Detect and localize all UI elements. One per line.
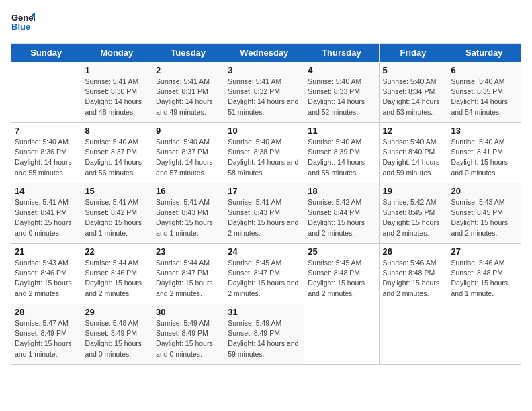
day-detail: Sunrise: 5:46 AMSunset: 8:48 PMDaylight:… [451, 258, 517, 299]
day-number: 24 [228, 246, 300, 257]
calendar-cell: 25Sunrise: 5:45 AMSunset: 8:48 PMDayligh… [304, 244, 379, 304]
calendar-table: SundayMondayTuesdayWednesdayThursdayFrid… [11, 43, 521, 365]
calendar-week-row: 1Sunrise: 5:41 AMSunset: 8:30 PMDaylight… [11, 62, 521, 123]
day-number: 28 [15, 307, 77, 317]
calendar-cell: 29Sunrise: 5:48 AMSunset: 8:49 PMDayligh… [81, 304, 152, 365]
day-number: 7 [15, 126, 77, 136]
day-detail: Sunrise: 5:43 AMSunset: 8:46 PMDaylight:… [15, 258, 77, 299]
day-number: 6 [451, 65, 517, 75]
calendar-cell: 7Sunrise: 5:40 AMSunset: 8:36 PMDaylight… [11, 123, 81, 183]
day-number: 23 [156, 246, 220, 257]
day-number: 4 [308, 65, 375, 75]
calendar-cell: 10Sunrise: 5:40 AMSunset: 8:38 PMDayligh… [224, 123, 304, 183]
day-number: 18 [308, 186, 375, 196]
day-number: 12 [383, 126, 444, 136]
calendar-cell: 18Sunrise: 5:42 AMSunset: 8:44 PMDayligh… [304, 183, 379, 244]
day-number: 20 [451, 186, 517, 196]
day-number: 5 [383, 65, 444, 75]
day-detail: Sunrise: 5:45 AMSunset: 8:47 PMDaylight:… [228, 258, 300, 299]
day-number: 13 [451, 126, 517, 136]
calendar-cell: 1Sunrise: 5:41 AMSunset: 8:30 PMDaylight… [81, 62, 152, 123]
day-number: 16 [156, 186, 220, 196]
calendar-cell: 11Sunrise: 5:40 AMSunset: 8:39 PMDayligh… [304, 123, 379, 183]
day-number: 25 [308, 246, 375, 257]
weekday-header-cell: Wednesday [224, 44, 304, 62]
day-detail: Sunrise: 5:41 AMSunset: 8:41 PMDaylight:… [15, 197, 77, 238]
calendar-cell [379, 304, 447, 365]
day-detail: Sunrise: 5:41 AMSunset: 8:31 PMDaylight:… [156, 77, 220, 118]
weekday-header-cell: Sunday [11, 44, 81, 62]
day-number: 2 [156, 65, 220, 75]
calendar-cell: 24Sunrise: 5:45 AMSunset: 8:47 PMDayligh… [224, 244, 304, 304]
calendar-cell: 6Sunrise: 5:40 AMSunset: 8:35 PMDaylight… [447, 62, 521, 123]
day-detail: Sunrise: 5:40 AMSunset: 8:41 PMDaylight:… [451, 137, 517, 178]
day-detail: Sunrise: 5:41 AMSunset: 8:43 PMDaylight:… [228, 197, 300, 238]
day-detail: Sunrise: 5:40 AMSunset: 8:36 PMDaylight:… [15, 137, 77, 178]
calendar-cell: 16Sunrise: 5:41 AMSunset: 8:43 PMDayligh… [152, 183, 224, 244]
calendar-header: SundayMondayTuesdayWednesdayThursdayFrid… [11, 44, 521, 62]
calendar-cell: 12Sunrise: 5:40 AMSunset: 8:40 PMDayligh… [379, 123, 447, 183]
weekday-header-cell: Friday [379, 44, 447, 62]
weekday-header-cell: Saturday [447, 44, 521, 62]
calendar-cell: 23Sunrise: 5:44 AMSunset: 8:47 PMDayligh… [152, 244, 224, 304]
day-detail: Sunrise: 5:40 AMSunset: 8:37 PMDaylight:… [156, 137, 220, 178]
calendar-cell: 22Sunrise: 5:44 AMSunset: 8:46 PMDayligh… [81, 244, 152, 304]
day-number: 31 [228, 307, 300, 317]
calendar-cell: 19Sunrise: 5:42 AMSunset: 8:45 PMDayligh… [379, 183, 447, 244]
day-detail: Sunrise: 5:40 AMSunset: 8:34 PMDaylight:… [383, 77, 444, 118]
day-detail: Sunrise: 5:40 AMSunset: 8:38 PMDaylight:… [228, 137, 300, 178]
calendar-cell: 28Sunrise: 5:47 AMSunset: 8:49 PMDayligh… [11, 304, 81, 365]
calendar-cell: 4Sunrise: 5:40 AMSunset: 8:33 PMDaylight… [304, 62, 379, 123]
calendar-cell: 31Sunrise: 5:49 AMSunset: 8:49 PMDayligh… [224, 304, 304, 365]
day-number: 19 [383, 186, 444, 196]
calendar-cell: 30Sunrise: 5:49 AMSunset: 8:49 PMDayligh… [152, 304, 224, 365]
day-number: 22 [85, 246, 148, 257]
day-detail: Sunrise: 5:48 AMSunset: 8:49 PMDaylight:… [85, 318, 148, 359]
calendar-week-row: 14Sunrise: 5:41 AMSunset: 8:41 PMDayligh… [11, 183, 521, 244]
top-row: General Blue [11, 11, 521, 38]
calendar-body: 1Sunrise: 5:41 AMSunset: 8:30 PMDaylight… [11, 62, 521, 365]
day-number: 27 [451, 246, 517, 257]
day-number: 14 [15, 186, 77, 196]
day-detail: Sunrise: 5:40 AMSunset: 8:35 PMDaylight:… [451, 77, 517, 118]
day-detail: Sunrise: 5:40 AMSunset: 8:33 PMDaylight:… [308, 77, 375, 118]
day-number: 1 [85, 65, 148, 75]
day-number: 10 [228, 126, 300, 136]
calendar-cell: 13Sunrise: 5:40 AMSunset: 8:41 PMDayligh… [447, 123, 521, 183]
calendar-cell: 17Sunrise: 5:41 AMSunset: 8:43 PMDayligh… [224, 183, 304, 244]
calendar-cell: 26Sunrise: 5:46 AMSunset: 8:48 PMDayligh… [379, 244, 447, 304]
calendar-cell [447, 304, 521, 365]
day-detail: Sunrise: 5:44 AMSunset: 8:46 PMDaylight:… [85, 258, 148, 299]
day-detail: Sunrise: 5:43 AMSunset: 8:45 PMDaylight:… [451, 197, 517, 238]
calendar-week-row: 28Sunrise: 5:47 AMSunset: 8:49 PMDayligh… [11, 304, 521, 365]
calendar-cell: 14Sunrise: 5:41 AMSunset: 8:41 PMDayligh… [11, 183, 81, 244]
day-number: 11 [308, 126, 375, 136]
day-detail: Sunrise: 5:42 AMSunset: 8:44 PMDaylight:… [308, 197, 375, 238]
day-detail: Sunrise: 5:41 AMSunset: 8:30 PMDaylight:… [85, 77, 148, 118]
day-detail: Sunrise: 5:40 AMSunset: 8:37 PMDaylight:… [85, 137, 148, 178]
calendar-cell [11, 62, 81, 123]
day-detail: Sunrise: 5:40 AMSunset: 8:40 PMDaylight:… [383, 137, 444, 178]
calendar-cell: 3Sunrise: 5:41 AMSunset: 8:32 PMDaylight… [224, 62, 304, 123]
day-number: 9 [156, 126, 220, 136]
calendar-cell: 21Sunrise: 5:43 AMSunset: 8:46 PMDayligh… [11, 244, 81, 304]
calendar-cell [304, 304, 379, 365]
calendar-week-row: 21Sunrise: 5:43 AMSunset: 8:46 PMDayligh… [11, 244, 521, 304]
weekday-header-cell: Tuesday [152, 44, 224, 62]
day-number: 15 [85, 186, 148, 196]
calendar-cell: 9Sunrise: 5:40 AMSunset: 8:37 PMDaylight… [152, 123, 224, 183]
weekday-header-row: SundayMondayTuesdayWednesdayThursdayFrid… [11, 44, 521, 62]
calendar-cell: 20Sunrise: 5:43 AMSunset: 8:45 PMDayligh… [447, 183, 521, 244]
day-number: 3 [228, 65, 300, 75]
day-detail: Sunrise: 5:41 AMSunset: 8:32 PMDaylight:… [228, 77, 300, 118]
day-detail: Sunrise: 5:49 AMSunset: 8:49 PMDaylight:… [228, 318, 300, 359]
day-detail: Sunrise: 5:41 AMSunset: 8:42 PMDaylight:… [85, 197, 148, 238]
day-detail: Sunrise: 5:49 AMSunset: 8:49 PMDaylight:… [156, 318, 220, 359]
logo-svg: General Blue [11, 11, 35, 35]
day-number: 8 [85, 126, 148, 136]
calendar-cell: 2Sunrise: 5:41 AMSunset: 8:31 PMDaylight… [152, 62, 224, 123]
day-number: 29 [85, 307, 148, 317]
day-detail: Sunrise: 5:44 AMSunset: 8:47 PMDaylight:… [156, 258, 220, 299]
calendar-week-row: 7Sunrise: 5:40 AMSunset: 8:36 PMDaylight… [11, 123, 521, 183]
day-detail: Sunrise: 5:46 AMSunset: 8:48 PMDaylight:… [383, 258, 444, 299]
